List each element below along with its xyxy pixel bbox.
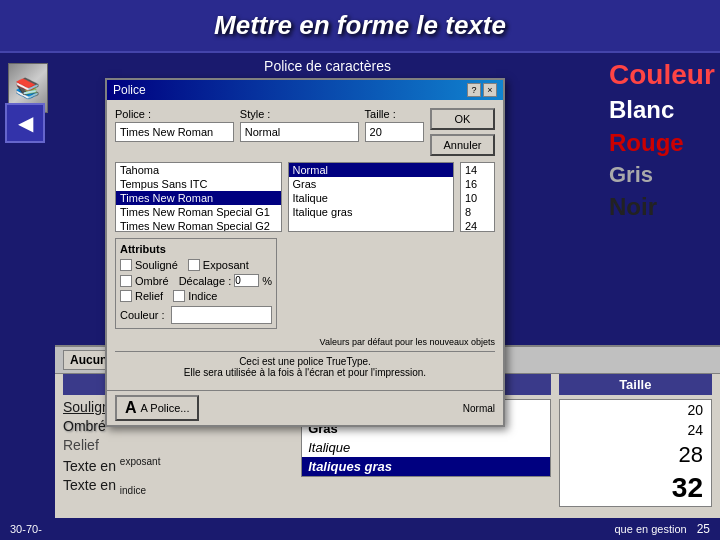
style-italiques-gras-item[interactable]: Italiques gras — [302, 457, 549, 476]
header: Mettre en forme le texte — [0, 0, 720, 53]
souligne-checkbox[interactable] — [120, 259, 132, 271]
couleur-select[interactable] — [171, 306, 272, 324]
dialog-top-row: Police : Style : Taille : OK Annuler — [115, 108, 495, 156]
section-label: Police de caractères — [60, 58, 595, 74]
indice-checkbox[interactable] — [173, 290, 185, 302]
style-normal[interactable]: Normal — [289, 163, 454, 177]
size-16[interactable]: 16 — [461, 177, 494, 191]
checkbox-row-1: Souligné Exposant — [120, 259, 272, 271]
style-italique-gras[interactable]: Italique gras — [289, 205, 454, 219]
police-btn[interactable]: A A Police... — [115, 395, 199, 421]
souligne-label: Souligné — [135, 259, 178, 271]
notice-line2: Elle sera utilisée à la fois à l'écran e… — [115, 367, 495, 378]
dialog-title-buttons: ? × — [467, 83, 497, 97]
ombre-item: Ombré — [120, 274, 169, 287]
taille-32[interactable]: 32 — [560, 470, 711, 506]
attr-exposant: Texte en exposant — [63, 456, 293, 474]
font-times-g1[interactable]: Times New Roman Special G1 — [116, 205, 281, 219]
attr-relief: Relief — [63, 437, 293, 453]
checkbox-row-2: Ombré Décalage : % — [120, 274, 272, 287]
couleur-row: Couleur : — [120, 306, 272, 324]
a-letter: A — [125, 399, 137, 417]
dialog-body: Police : Style : Taille : OK Annuler — [107, 100, 503, 386]
style-italique-item[interactable]: Italique — [302, 438, 549, 457]
annuler-button[interactable]: Annuler — [430, 134, 495, 156]
bottom-strip: 30-70- que en gestion 25 — [0, 518, 720, 540]
couleur-label: Couleur : — [120, 309, 165, 321]
attributs-section: Attributs Souligné Exposant — [115, 238, 277, 329]
color-gris[interactable]: Gris — [605, 161, 715, 189]
color-rouge[interactable]: Rouge — [605, 128, 715, 158]
color-noir[interactable]: Noir — [605, 192, 715, 222]
dialog-footer-row: A A Police... Normal — [107, 390, 503, 425]
color-couleur[interactable]: Couleur — [605, 58, 715, 92]
style-italique[interactable]: Italique — [289, 191, 454, 205]
font-times-g2[interactable]: Times New Roman Special G2 — [116, 219, 281, 232]
footer-left: 30-70- — [10, 523, 42, 535]
exposant-superscript: exposant — [120, 456, 161, 467]
police-field: Police : — [115, 108, 234, 156]
dialog-title: Police — [113, 83, 146, 97]
indice-label: Indice — [188, 290, 217, 302]
relief-checkbox[interactable] — [120, 290, 132, 302]
souligne-item: Souligné — [120, 259, 178, 271]
size-24[interactable]: 24 — [461, 219, 494, 232]
taille-header: Taille — [559, 374, 712, 395]
attr-indice: Texte en indice — [63, 477, 293, 496]
size-8[interactable]: 8 — [461, 205, 494, 219]
police-dialog: Police ? × Police : Style : — [105, 78, 505, 427]
police-btn-label: A Police... — [141, 402, 190, 414]
dialog-close-btn[interactable]: × — [483, 83, 497, 97]
ombre-label: Ombré — [135, 275, 169, 287]
ombre-checkbox[interactable] — [120, 275, 132, 287]
footer-right: que en gestion — [614, 523, 686, 535]
dialog-attrs-row: Attributs Souligné Exposant — [115, 238, 495, 335]
size-10[interactable]: 10 — [461, 191, 494, 205]
font-tempus[interactable]: Tempus Sans ITC — [116, 177, 281, 191]
style-gras[interactable]: Gras — [289, 177, 454, 191]
indice-item: Indice — [173, 290, 217, 302]
police-input[interactable] — [115, 122, 234, 142]
ok-button[interactable]: OK — [430, 108, 495, 130]
taille-field: Taille : — [365, 108, 424, 156]
dialog-lists-row: Tahoma Tempus Sans ITC Times New Roman T… — [115, 162, 495, 232]
decalage-label: Décalage : — [179, 275, 232, 287]
left-sidebar: 📚 ◀ — [0, 53, 55, 540]
font-tahoma[interactable]: Tahoma — [116, 163, 281, 177]
police-label: Police : — [115, 108, 234, 120]
style-field: Style : — [240, 108, 359, 156]
checkbox-row-3: Relief Indice — [120, 290, 272, 302]
style-label: Style : — [240, 108, 359, 120]
notice-line1: Ceci est une police TrueType. — [115, 356, 495, 367]
taille-label: Taille : — [365, 108, 424, 120]
indice-subscript: indice — [120, 484, 146, 495]
taille-input[interactable] — [365, 122, 424, 142]
fonts-listbox[interactable]: Tahoma Tempus Sans ITC Times New Roman T… — [115, 162, 282, 232]
percent-label: % — [262, 275, 272, 287]
font-times[interactable]: Times New Roman — [116, 191, 281, 205]
decalage-input[interactable] — [234, 274, 259, 287]
style-input[interactable] — [240, 122, 359, 142]
exposant-checkbox[interactable] — [188, 259, 200, 271]
page-title: Mettre en forme le texte — [214, 10, 506, 40]
page-num: 25 — [697, 522, 710, 536]
taille-col: Taille 20 24 28 32 — [559, 374, 712, 514]
dialog-help-btn[interactable]: ? — [467, 83, 481, 97]
taille-28[interactable]: 28 — [560, 440, 711, 470]
decalage-item: Décalage : % — [179, 274, 272, 287]
attributs-title: Attributs — [120, 243, 272, 255]
relief-item: Relief — [120, 290, 163, 302]
taille-24[interactable]: 24 — [560, 420, 711, 440]
dialog-notice: Ceci est une police TrueType. Elle sera … — [115, 351, 495, 378]
exposant-item: Exposant — [188, 259, 249, 271]
styles-listbox[interactable]: Normal Gras Italique Italique gras — [288, 162, 455, 232]
values-label: Valeurs par défaut pour les nouveaux obj… — [115, 337, 495, 347]
dialog-titlebar: Police ? × — [107, 80, 503, 100]
tailles-listbox[interactable]: 14 16 10 8 24 — [460, 162, 495, 232]
taille-list: 20 24 28 32 — [559, 399, 712, 507]
relief-label: Relief — [135, 290, 163, 302]
taille-20[interactable]: 20 — [560, 400, 711, 420]
size-14[interactable]: 14 — [461, 163, 494, 177]
back-arrow[interactable]: ◀ — [5, 103, 45, 143]
color-blanc[interactable]: Blanc — [605, 95, 715, 125]
